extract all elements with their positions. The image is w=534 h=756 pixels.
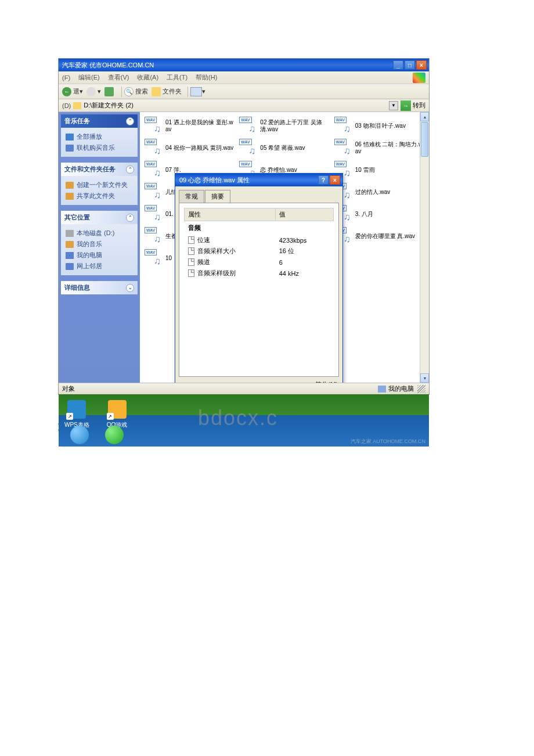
property-row[interactable]: 位速4233kbps <box>185 235 334 246</box>
menu-edit[interactable]: 编辑(E) <box>78 73 100 82</box>
category-audio: 音频 <box>185 221 334 235</box>
chevron-up-icon: ⌃ <box>126 117 134 125</box>
wav-icon: WAV♫ <box>334 117 353 135</box>
music-tasks-header[interactable]: 音乐任务 ⌃ <box>61 114 138 128</box>
wav-icon: WAV♫ <box>145 183 163 201</box>
address-dropdown[interactable]: ▼ <box>389 101 398 110</box>
simplify-button[interactable]: << 简化(M) <box>306 381 338 383</box>
wav-icon: WAV♫ <box>145 139 163 157</box>
chevron-up-icon: ⌃ <box>126 165 134 174</box>
menu-tools[interactable]: 工具(T) <box>167 73 187 82</box>
search-icon: 🔍 <box>124 87 134 96</box>
file-item[interactable]: WAV♫02 爱的路上千万里 吴涤清.wav <box>238 116 330 136</box>
search-button[interactable]: 🔍搜索 <box>124 87 148 96</box>
file-name: 爱的你在哪里董 真.wav <box>355 233 415 240</box>
menu-help[interactable]: 帮助(H) <box>196 73 217 82</box>
file-item[interactable]: WAV♫03 吻和泪 叶子.wav <box>333 116 425 136</box>
toolbar: ←退 ▾ ▾ 🔍搜索 文件夹 ▾ <box>59 84 429 99</box>
folder-icon <box>151 87 161 96</box>
property-value: 4233kbps <box>276 235 334 246</box>
computer-icon <box>66 252 74 259</box>
my-music-link[interactable]: 我的音乐 <box>66 239 133 250</box>
tab-summary[interactable]: 摘要 <box>205 190 230 203</box>
file-name: 03 吻和泪 叶子.wav <box>355 123 406 129</box>
buy-music-link[interactable]: 联机购买音乐 <box>66 142 133 153</box>
new-folder-link[interactable]: 创建一个新文件夹 <box>66 179 133 190</box>
other-places-header[interactable]: 其它位置 ⌃ <box>61 211 138 224</box>
address-path[interactable]: D:\新建文件夹 (2) <box>84 101 389 110</box>
file-item[interactable]: WAV♫05 希望 蒋薇.wav <box>238 138 330 159</box>
title-bar[interactable]: 汽车爱家 优市OHOME.COM.CN _ □ × <box>59 59 429 71</box>
property-row[interactable]: 音频采样级别44 kHz <box>185 268 334 279</box>
network-link[interactable]: 网上邻居 <box>66 261 133 272</box>
file-item[interactable]: WAV♫01 遇上你是我的缘 童彤.wav <box>143 116 236 136</box>
separator <box>187 87 188 97</box>
property-key: 音频采样大小 <box>197 247 236 255</box>
menu-favorites[interactable]: 收藏(A) <box>137 73 158 82</box>
file-item[interactable]: WAV♫3. 八月 <box>333 204 425 225</box>
scroll-down-button[interactable]: ▾ <box>420 373 429 383</box>
file-name: 10 雷雨 <box>355 167 375 174</box>
menu-file[interactable]: (F) <box>62 74 70 81</box>
music-icon <box>66 241 74 248</box>
go-label: 转到 <box>413 101 425 110</box>
desktop-icon[interactable] <box>70 426 89 444</box>
file-item[interactable]: WAV♫爱的你在哪里董 真.wav <box>333 226 425 247</box>
forward-button[interactable]: ▾ <box>86 87 101 96</box>
property-row[interactable]: 音频采样大小16 位 <box>185 246 334 257</box>
scroll-up-button[interactable]: ▴ <box>420 112 429 121</box>
scroll-thumb[interactable] <box>421 122 428 157</box>
minimize-button[interactable]: _ <box>393 60 403 70</box>
go-button[interactable]: → <box>400 100 411 111</box>
other-places-panel: 其它位置 ⌃ 本地磁盘 (D:) 我的音乐 我的电脑 网上邻居 <box>61 211 138 275</box>
wav-icon: WAV♫ <box>334 139 353 157</box>
file-item[interactable]: WAV♫06 情难枕 二胡：陶培力.wav <box>333 138 425 159</box>
file-pane: WAV♫01 遇上你是我的缘 童彤.wavWAV♫02 爱的路上千万里 吴涤清.… <box>140 112 429 383</box>
dialog-close-button[interactable]: × <box>330 175 340 185</box>
col-property[interactable]: 属性 <box>185 208 276 221</box>
file-name: 3. 八月 <box>355 211 373 218</box>
views-button[interactable]: ▾ <box>190 87 205 96</box>
vertical-scrollbar[interactable]: ▴ ▾ <box>420 112 429 383</box>
file-name: 06 情难枕 二胡：陶培力.wav <box>355 141 424 155</box>
file-item[interactable]: WAV♫04 祝你一路顺风 黄玥.wav <box>143 138 236 159</box>
windows-logo-icon <box>413 73 425 83</box>
details-header[interactable]: 详细信息 ⌄ <box>61 281 138 294</box>
maximize-button[interactable]: □ <box>405 60 415 70</box>
file-name: 04 祝你一路顺风 黄玥.wav <box>165 145 233 152</box>
col-value[interactable]: 值 <box>276 208 334 221</box>
help-button[interactable]: ? <box>318 175 329 185</box>
wav-icon: WAV♫ <box>145 205 163 224</box>
property-value: 44 kHz <box>276 268 334 279</box>
watermark-source: 汽车之家 AUTOHOME.COM.CN <box>351 438 425 445</box>
disk-icon <box>66 230 74 237</box>
dialog-title: 09 心恋 乔维怡.wav 属性 <box>178 176 317 185</box>
file-item[interactable]: WAV♫10 雷雨 <box>333 160 425 181</box>
play-all-link[interactable]: 全部播放 <box>66 131 133 142</box>
wav-icon: WAV♫ <box>239 139 258 157</box>
my-computer-link[interactable]: 我的电脑 <box>66 250 133 261</box>
watermark-text: bdocx.c <box>198 406 278 430</box>
folder-icon <box>73 102 81 109</box>
resize-grip[interactable] <box>417 385 425 393</box>
wav-icon: WAV♫ <box>145 117 163 135</box>
chevron-up-icon: ⌃ <box>126 214 134 222</box>
property-row[interactable]: 频道6 <box>185 257 334 268</box>
up-button[interactable] <box>104 87 116 96</box>
properties-table: 属性值 音频 位速4233kbps音频采样大小16 位频道6音频采样级别44 k… <box>184 208 334 279</box>
file-tasks-header[interactable]: 文件和文件夹任务 ⌃ <box>61 163 138 176</box>
file-item[interactable]: WAV♫过的情人.wav <box>333 182 425 203</box>
file-tasks-panel: 文件和文件夹任务 ⌃ 创建一个新文件夹 共享此文件夹 <box>61 163 138 205</box>
local-disk-link[interactable]: 本地磁盘 (D:) <box>66 228 133 239</box>
back-button[interactable]: ←退 ▾ <box>62 87 83 96</box>
shop-icon <box>66 145 74 152</box>
dialog-title-bar[interactable]: 09 心恋 乔维怡.wav 属性 ? × <box>175 174 342 186</box>
close-button[interactable]: × <box>416 60 427 70</box>
desktop-icon[interactable] <box>105 426 124 444</box>
qq-icon: ↗ <box>108 400 127 419</box>
tab-general[interactable]: 常规 <box>179 190 204 203</box>
folders-button[interactable]: 文件夹 <box>151 87 182 96</box>
share-folder-link[interactable]: 共享此文件夹 <box>66 190 133 201</box>
menu-view[interactable]: 查看(V) <box>108 73 129 82</box>
wav-icon: WAV♫ <box>239 117 258 135</box>
